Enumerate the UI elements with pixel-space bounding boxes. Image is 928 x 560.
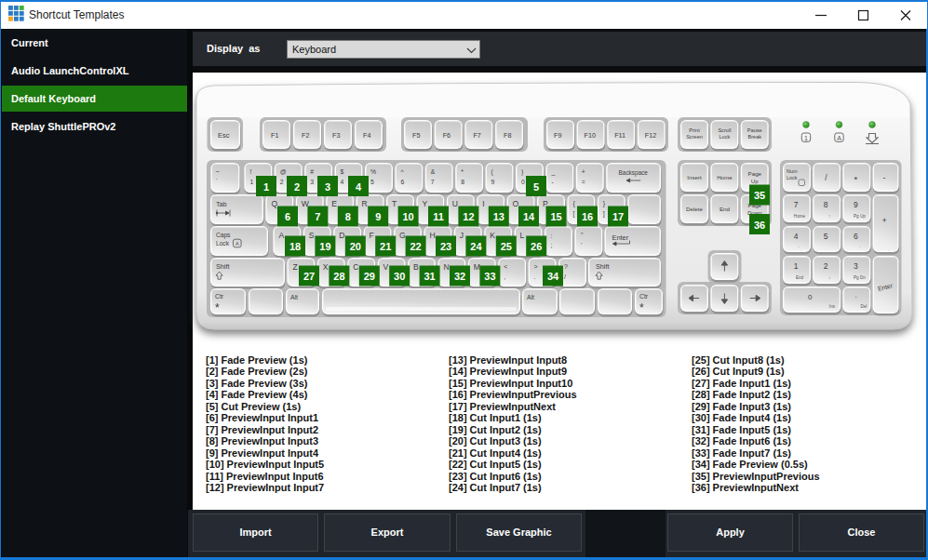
svg-text:Alt: Alt	[290, 294, 298, 300]
svg-text:Pg Dn: Pg Dn	[854, 275, 866, 280]
svg-text:35: 35	[754, 190, 765, 201]
svg-text:~: ~	[216, 167, 221, 176]
svg-text:D: D	[339, 231, 344, 240]
svg-text:F2: F2	[302, 131, 309, 140]
svg-text:$: $	[341, 168, 344, 175]
svg-text:Enter: Enter	[612, 233, 629, 242]
svg-text:5: 5	[824, 232, 828, 241]
svg-text:Num: Num	[787, 168, 798, 174]
svg-text:18: 18	[289, 241, 301, 252]
svg-text:2: 2	[280, 179, 284, 185]
svg-text:Page: Page	[748, 170, 762, 177]
svg-text:7: 7	[315, 211, 320, 222]
svg-text:Pause: Pause	[747, 127, 762, 133]
svg-text:Z: Z	[292, 262, 297, 272]
svg-text:A: A	[278, 231, 284, 240]
svg-text:Lock: Lock	[216, 240, 230, 247]
svg-text:M: M	[474, 262, 480, 272]
svg-text:3: 3	[310, 179, 314, 185]
svg-text:8: 8	[461, 179, 464, 185]
svg-text:Ctr: Ctr	[215, 293, 224, 300]
svg-text:F11: F11	[614, 131, 625, 140]
svg-text:_: _	[550, 168, 555, 176]
svg-text:%: %	[370, 168, 376, 175]
svg-text:=: =	[582, 179, 585, 185]
svg-text:S: S	[309, 231, 315, 240]
svg-text:30: 30	[394, 271, 405, 282]
svg-text:.: .	[854, 291, 856, 300]
svg-text:+: +	[882, 216, 887, 225]
svg-text:]: ]	[603, 210, 605, 218]
svg-text:Lock: Lock	[719, 134, 730, 140]
svg-text:34: 34	[547, 271, 559, 282]
svg-text:3: 3	[325, 181, 330, 193]
svg-text:←: ←	[798, 244, 802, 248]
svg-text:Esc: Esc	[218, 131, 230, 140]
svg-text:19: 19	[319, 241, 330, 252]
svg-text:12: 12	[463, 211, 474, 222]
svg-text:0: 0	[521, 179, 525, 185]
svg-text:End: End	[720, 206, 731, 212]
svg-text:F6: F6	[443, 131, 451, 140]
svg-text:→: →	[857, 244, 862, 248]
svg-text:5: 5	[533, 181, 539, 193]
svg-text:.: .	[534, 273, 536, 280]
svg-text:Y: Y	[422, 199, 427, 208]
svg-text:F3: F3	[332, 131, 340, 140]
svg-text:25: 25	[501, 241, 512, 252]
svg-text:F8: F8	[504, 131, 511, 140]
svg-text:Lock: Lock	[787, 175, 798, 180]
svg-text:1: 1	[804, 135, 808, 141]
svg-text:End: End	[796, 275, 804, 280]
svg-text:+: +	[582, 168, 585, 175]
svg-text:9: 9	[854, 200, 858, 209]
svg-text:32: 32	[454, 271, 465, 282]
svg-text:K: K	[490, 231, 495, 240]
svg-text:F7: F7	[473, 131, 480, 140]
svg-text:): )	[521, 168, 523, 176]
svg-text:-: -	[883, 173, 886, 182]
svg-text::: :	[551, 233, 553, 239]
svg-text:17: 17	[612, 211, 624, 222]
svg-text:33: 33	[484, 271, 495, 282]
svg-text:Print: Print	[689, 127, 700, 133]
svg-text:F9: F9	[554, 131, 561, 140]
svg-text:Scroll: Scroll	[718, 127, 731, 133]
svg-text:F5: F5	[412, 131, 420, 140]
svg-text:2: 2	[824, 261, 828, 271]
svg-text:Backspace: Backspace	[619, 169, 649, 177]
svg-text:Up: Up	[751, 178, 759, 184]
svg-text:29: 29	[364, 271, 375, 282]
svg-text:@: @	[280, 168, 287, 175]
svg-text:-: -	[551, 179, 553, 185]
svg-text:↑: ↑	[828, 214, 830, 219]
svg-text:8: 8	[345, 211, 351, 222]
svg-text:G: G	[399, 231, 406, 240]
svg-text:B: B	[413, 262, 419, 272]
svg-text:*: *	[215, 301, 220, 314]
svg-text:R: R	[362, 199, 368, 208]
svg-text:<: <	[504, 263, 507, 270]
svg-text:F1: F1	[271, 131, 278, 140]
svg-text:20: 20	[350, 241, 361, 252]
svg-text:4: 4	[356, 181, 362, 193]
svg-text:Caps: Caps	[216, 232, 231, 239]
svg-text:Break: Break	[747, 134, 761, 140]
svg-text:6: 6	[854, 232, 858, 241]
svg-text:Alt: Alt	[527, 294, 534, 300]
svg-text:5: 5	[370, 179, 374, 185]
svg-text:[: [	[572, 210, 574, 218]
svg-text:6: 6	[285, 211, 290, 222]
svg-text:7: 7	[431, 179, 435, 185]
svg-text:F10: F10	[585, 131, 596, 140]
svg-text:1: 1	[794, 261, 799, 271]
svg-text:Delete: Delete	[686, 206, 703, 212]
svg-text:Shift: Shift	[216, 262, 229, 271]
svg-text:11: 11	[433, 211, 444, 222]
svg-text:*: *	[639, 301, 644, 314]
svg-text:;: ;	[551, 242, 553, 248]
svg-text:?: ?	[564, 263, 568, 270]
svg-text:>: >	[534, 263, 538, 270]
svg-text:F: F	[370, 231, 374, 240]
svg-text:1: 1	[263, 181, 269, 193]
